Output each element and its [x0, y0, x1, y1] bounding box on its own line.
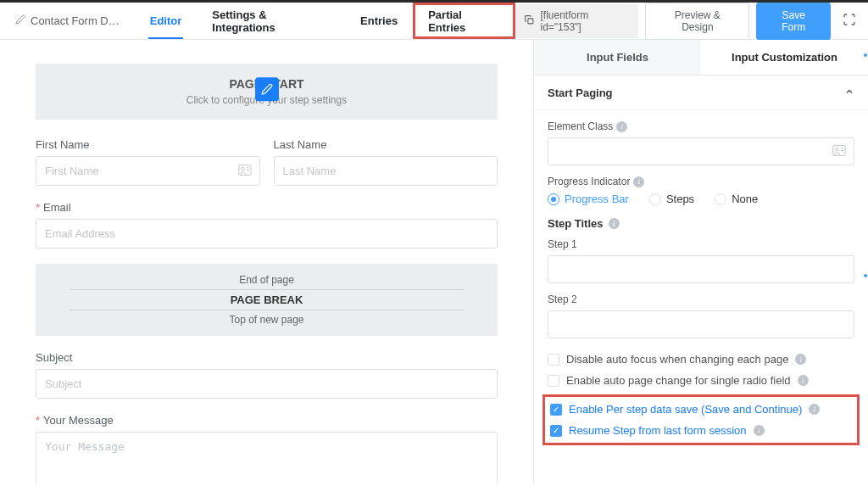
first-name-group: First Name	[36, 138, 260, 186]
address-card-icon	[238, 165, 252, 178]
info-icon[interactable]: i	[609, 218, 620, 229]
checkbox-icon	[550, 425, 562, 437]
top-nav: Contact Form D… Editor Settings & Integr…	[0, 3, 868, 40]
pencil-icon	[15, 14, 25, 27]
step2-label: Step 2	[548, 293, 854, 305]
tab-settings[interactable]: Settings & Integrations	[197, 3, 345, 39]
check-auto-page[interactable]: Enable auto page change for single radio…	[548, 370, 854, 391]
radio-icon	[548, 193, 559, 205]
first-name-label: First Name	[36, 138, 260, 151]
last-name-label: Last Name	[274, 138, 498, 151]
scroll-indicator	[864, 53, 867, 57]
panel-tab-customization[interactable]: Input Customization	[701, 40, 868, 75]
info-icon[interactable]: i	[809, 404, 820, 415]
right-panel: Input Fields Input Customization Start P…	[533, 40, 868, 483]
highlight-box: Enable Per step data save (Save and Cont…	[542, 394, 860, 445]
email-group: *Email	[36, 201, 498, 249]
info-icon[interactable]: i	[616, 121, 627, 132]
element-class-label: Element Class i	[548, 120, 854, 132]
step2-input[interactable]	[548, 310, 854, 338]
email-label: *Email	[36, 201, 498, 214]
tab-partial-entries[interactable]: Partial Entries	[413, 3, 515, 39]
message-textarea[interactable]	[36, 432, 498, 483]
info-icon[interactable]: i	[754, 425, 765, 436]
email-input[interactable]	[36, 219, 498, 249]
element-class-input[interactable]	[548, 137, 854, 165]
panel-body: Element Class i Progress Indicator i Pro…	[534, 110, 868, 459]
message-group: *Your Message	[36, 414, 498, 483]
preview-button[interactable]: Preview & Design	[645, 3, 749, 40]
checkbox-icon	[548, 375, 559, 387]
radio-steps[interactable]: Steps	[649, 193, 694, 205]
first-name-input[interactable]	[36, 156, 260, 186]
tab-entries[interactable]: Entries	[345, 3, 413, 39]
name-row: First Name Last Name	[36, 138, 498, 186]
form-canvas: PAGE START Click to configure your step …	[0, 40, 533, 483]
page-break-mid: PAGE BREAK	[70, 289, 464, 310]
subject-group: Subject	[36, 351, 498, 399]
info-icon[interactable]: i	[795, 354, 806, 365]
top-right: [fluentform id="153"] Preview & Design S…	[515, 3, 861, 40]
address-card-icon	[832, 145, 846, 159]
copy-icon	[524, 14, 535, 28]
section-head-start-paging[interactable]: Start Paging	[534, 75, 868, 110]
svg-point-2	[241, 167, 244, 170]
tab-editor[interactable]: Editor	[135, 3, 198, 39]
expand-icon[interactable]	[837, 8, 861, 34]
message-label: *Your Message	[36, 414, 498, 427]
check-resume-step[interactable]: Resume Step from last form session i	[550, 420, 852, 441]
progress-indicator-label: Progress Indicator i	[548, 176, 854, 187]
radio-none[interactable]: None	[715, 193, 758, 205]
subject-label: Subject	[36, 351, 498, 364]
page-break-bot: Top of new page	[36, 312, 498, 327]
checkbox-icon	[548, 354, 559, 366]
radio-icon	[649, 193, 661, 205]
save-button[interactable]: Save Form	[756, 3, 831, 40]
page-start-edit-button[interactable]	[255, 77, 279, 101]
radio-icon	[715, 193, 726, 205]
form-title[interactable]: Contact Form D…	[7, 14, 128, 27]
step-titles-label: Step Titles i	[548, 217, 854, 230]
nav-tabs: Editor Settings & Integrations Entries P…	[135, 3, 516, 39]
svg-rect-0	[528, 18, 533, 23]
page-break-box[interactable]: End of page PAGE BREAK Top of new page	[36, 264, 498, 336]
chevron-up-icon	[844, 86, 854, 99]
last-name-group: Last Name	[274, 138, 498, 186]
last-name-input[interactable]	[274, 156, 498, 186]
section-title: Start Paging	[548, 87, 613, 99]
panel-tab-fields[interactable]: Input Fields	[534, 40, 701, 75]
checkbox-icon	[550, 404, 562, 416]
check-per-step-save[interactable]: Enable Per step data save (Save and Cont…	[550, 399, 852, 420]
progress-indicator-radios: Progress Bar Steps None	[548, 193, 854, 205]
step1-input[interactable]	[548, 255, 854, 283]
step1-label: Step 1	[548, 238, 854, 250]
info-icon[interactable]: i	[633, 176, 644, 187]
radio-progress-bar[interactable]: Progress Bar	[548, 193, 629, 205]
info-icon[interactable]: i	[798, 375, 809, 386]
page-break-top: End of page	[36, 272, 498, 288]
scroll-indicator	[864, 274, 867, 277]
panel-tabs: Input Fields Input Customization	[534, 40, 868, 75]
form-title-text: Contact Form D…	[31, 14, 120, 27]
svg-point-6	[835, 148, 838, 151]
check-disable-focus[interactable]: Disable auto focus when changing each pa…	[548, 349, 854, 370]
page-start-box[interactable]: PAGE START Click to configure your step …	[36, 64, 498, 120]
shortcode-box[interactable]: [fluentform id="153"]	[515, 4, 638, 38]
subject-input[interactable]	[36, 369, 498, 399]
shortcode-text: [fluentform id="153"]	[540, 9, 630, 33]
main: PAGE START Click to configure your step …	[0, 40, 868, 483]
